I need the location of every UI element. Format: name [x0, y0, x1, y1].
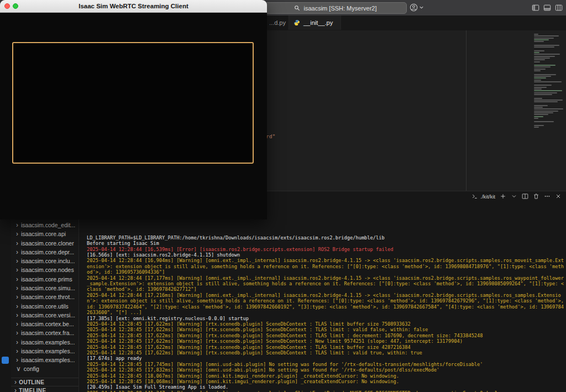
chevron-icon: › — [16, 266, 18, 273]
sidebar-tree-item[interactable]: › isaacsim.core.throt... — [11, 292, 78, 301]
chevron-icon: › — [16, 276, 18, 283]
minimap-line — [534, 125, 544, 126]
sidebar-tree-item[interactable]: › isaacsim.examples... — [11, 356, 78, 364]
outline-label: OUTLINE — [19, 379, 44, 385]
search-icon — [294, 5, 300, 11]
chevron-icon: › — [16, 222, 18, 228]
tree-item-label: isaacsim.examples... — [21, 339, 75, 346]
toggle-panel-icon[interactable] — [543, 4, 551, 12]
isaac-window-titlebar[interactable]: Isaac Sim WebRTC Streaming Client — [0, 0, 267, 13]
terminal-log-line: 2025-04-14 12:28:44 [17,177ms] [Warning]… — [87, 275, 565, 292]
sidebar-tree-item[interactable]: › isaacsim.examples... — [11, 347, 78, 356]
editor-split-sash[interactable] — [466, 30, 467, 191]
terminal-log-line: 2025-04-14 12:28:45 [17,622ms] [Warning]… — [87, 333, 565, 338]
sidebar-tree-item[interactable]: › isaacsim.cortex.be... — [11, 320, 78, 328]
minimap-line — [534, 54, 560, 55]
minimap-line — [534, 70, 541, 71]
minimap-line — [534, 127, 539, 128]
chevron-icon: ∨ — [16, 365, 21, 372]
sidebar-tree-item[interactable]: › isaacsim.core.versi... — [11, 311, 78, 320]
tree-item-label: isaacsim.code_edit... — [21, 222, 75, 228]
chevron-icon: › — [16, 330, 18, 336]
sidebar-tree-item[interactable]: › isaacsim.code_edit... — [11, 221, 78, 229]
terminal-output[interactable]: LD_LIBRARY_PATH=$LD_LIBRARY_PATH:/home/t… — [87, 223, 565, 392]
window-zoom-button[interactable] — [13, 3, 18, 9]
editor-code-fragment: rd" — [266, 133, 275, 139]
toggle-sidebar-icon[interactable] — [532, 4, 539, 12]
sidebar-tree-item[interactable]: › isaacsim.core.cloner — [11, 239, 78, 248]
terminal-icon — [471, 193, 478, 200]
tab-label: ...d.py — [269, 19, 286, 26]
minimap-line — [534, 108, 563, 109]
minimap-line — [534, 81, 562, 82]
chevron-icon: › — [16, 339, 18, 346]
tree-item-label: isaacsim.core.cloner — [21, 240, 74, 247]
chevron-icon: › — [16, 240, 18, 247]
minimap-line — [534, 38, 554, 39]
sidebar-tree-item[interactable]: › isaacsim.examples... — [11, 337, 78, 346]
sidebar-tree-item[interactable]: › isaacsim.core.simu... — [11, 284, 78, 292]
minimap-line — [534, 34, 538, 35]
launch-profile-chevron-icon[interactable] — [511, 193, 517, 200]
tree-item-label: isaacsim.core.nodes — [21, 266, 74, 273]
tree-item-label: isaacsim.core.prims — [21, 276, 72, 283]
terminal-log-line: [20.459s] Isaac Sim Full Streaming App i… — [87, 384, 565, 390]
timeline-section-header[interactable]: › TIMELINE — [11, 386, 78, 392]
tree-item-label: isaacsim.examples... — [21, 348, 75, 354]
tree-item-label: isaacsim.core.utils — [21, 303, 69, 310]
split-terminal-icon[interactable] — [522, 193, 528, 200]
minimap-line — [534, 121, 554, 122]
terminal-log-line: Before starting Isaac Sim — [87, 241, 565, 246]
terminal-process-tab[interactable]: ./kit/kit — [471, 193, 495, 200]
sidebar-tree-item[interactable]: › isaacsim.core.depr... — [11, 248, 78, 257]
account-icon — [410, 3, 418, 12]
terminal-panel: ./kit/kit LD_LIBRARY_ — [79, 191, 566, 392]
window-close-button[interactable] — [4, 3, 10, 9]
minimap-line — [534, 46, 554, 48]
command-center[interactable]: isaacsim [SSH: Myserver2] — [264, 2, 407, 14]
tree-item-label: config — [24, 365, 39, 372]
tab-d-py[interactable]: ...d.py — [267, 15, 289, 30]
chevron-icon: › — [16, 231, 18, 237]
activity-bar-extension-icon[interactable] — [2, 357, 9, 364]
minimap-line — [534, 105, 548, 106]
terminal-log-line: LD_LIBRARY_PATH=$LD_LIBRARY_PATH:/home/t… — [87, 235, 565, 241]
minimap-line — [534, 52, 539, 53]
chevron-icon: › — [16, 303, 18, 310]
sidebar-tree-item[interactable]: ∨ config — [11, 364, 78, 373]
sidebar-tree-item[interactable]: › isaacsim.core.api — [11, 229, 78, 238]
customize-layout-icon[interactable] — [555, 4, 563, 12]
sidebar-tree-item[interactable]: › isaacsim.core.nodes — [11, 265, 78, 274]
chevron-down-icon — [419, 5, 424, 10]
terminal-log-line: 2025-04-14 12:28:45 [18,067ms] [Warning]… — [87, 373, 565, 379]
sidebar-tree-item[interactable]: › isaacsim.core.utils — [11, 301, 78, 310]
new-terminal-icon[interactable] — [500, 193, 506, 200]
minimap-line — [534, 98, 542, 99]
minimap-line — [534, 111, 558, 112]
tree-item-label: isaacsim.core.throt... — [21, 294, 75, 300]
sidebar-tree-item[interactable]: › isaacsim.core.inclu... — [11, 257, 78, 265]
minimap-line — [534, 39, 549, 40]
minimap-line — [534, 116, 543, 117]
kill-terminal-trash-icon[interactable] — [533, 193, 539, 200]
more-actions-icon[interactable] — [544, 193, 551, 200]
minimap-line — [534, 77, 546, 79]
sidebar-tree-item[interactable]: › isaacsim.cortex.fra... — [11, 328, 78, 337]
outline-section-header[interactable]: › OUTLINE — [11, 378, 78, 386]
chevron-icon: › — [16, 249, 18, 255]
layout-controls — [532, 4, 563, 12]
terminal-log-line: 2025-04-14 12:28:44 [16,904ms] [Warning]… — [87, 258, 565, 275]
sidebar-tree-item[interactable]: › isaacsim.core.prims — [11, 275, 78, 284]
terminal-log-line: 2025-04-14 12:28:44 [17,216ms] [Warning]… — [87, 292, 565, 316]
close-panel-icon[interactable] — [555, 193, 562, 200]
stream-viewport[interactable] — [12, 42, 254, 164]
terminal-log-line: 2025-04-14 12:28:45 [17,622ms] [Warning]… — [87, 350, 565, 356]
terminal-log-line: 2025-04-14 12:28:45 [17,832ms] [Warning]… — [87, 367, 565, 373]
minimap-line — [534, 74, 556, 75]
tree-item-label: isaacsim.core.versi... — [21, 312, 75, 318]
minimap-line — [534, 69, 546, 70]
tab-init-py[interactable]: __init__.py — [289, 15, 341, 30]
terminal-log-line: [17.674s] app ready — [87, 356, 565, 361]
minimap[interactable] — [533, 34, 565, 134]
account-menu[interactable] — [410, 3, 424, 12]
